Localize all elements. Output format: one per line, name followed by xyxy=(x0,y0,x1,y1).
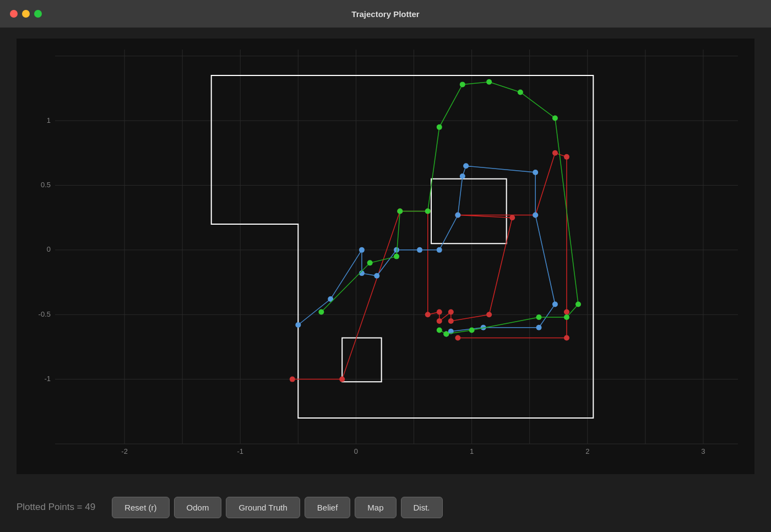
minimize-button[interactable] xyxy=(22,10,30,18)
main-content xyxy=(0,28,771,482)
titlebar: Trajectory Plotter xyxy=(0,0,771,28)
maximize-button[interactable] xyxy=(34,10,42,18)
close-button[interactable] xyxy=(10,10,18,18)
plot-container xyxy=(17,39,754,474)
ground-truth-button[interactable]: Ground Truth xyxy=(226,497,300,518)
window-controls xyxy=(10,10,42,18)
bottom-bar: Plotted Points = 49 Reset (r) Odom Groun… xyxy=(0,482,771,532)
odom-button[interactable]: Odom xyxy=(174,497,222,518)
belief-button[interactable]: Belief xyxy=(305,497,351,518)
reset-button[interactable]: Reset (r) xyxy=(112,497,169,518)
dist-button[interactable]: Dist. xyxy=(401,497,443,518)
trajectory-plot[interactable] xyxy=(17,39,754,474)
map-button[interactable]: Map xyxy=(355,497,396,518)
window-title: Trajectory Plotter xyxy=(351,9,419,19)
button-group: Reset (r) Odom Ground Truth Belief Map D… xyxy=(112,497,442,518)
plotted-points-label: Plotted Points = 49 xyxy=(17,502,95,513)
